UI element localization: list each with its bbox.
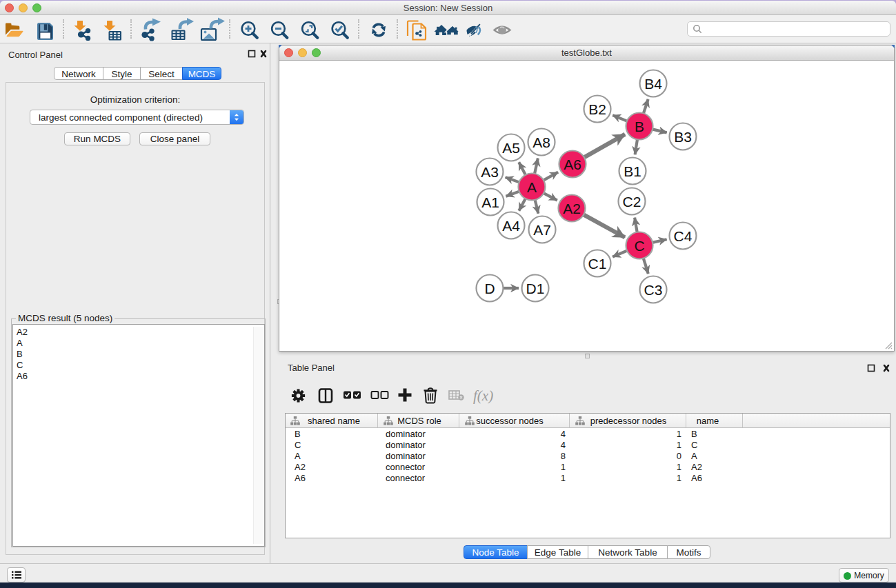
svg-text:C: C — [634, 238, 644, 254]
svg-text:A1: A1 — [481, 194, 499, 210]
svg-text:A8: A8 — [532, 134, 550, 150]
svg-text:C2: C2 — [623, 194, 641, 210]
svg-text:D1: D1 — [526, 281, 545, 296]
svg-text:A7: A7 — [533, 222, 551, 238]
svg-text:A5: A5 — [502, 140, 520, 156]
svg-text:B1: B1 — [624, 163, 641, 179]
svg-text:A2: A2 — [563, 201, 581, 216]
svg-text:C1: C1 — [588, 256, 607, 272]
svg-text:A: A — [527, 179, 537, 195]
svg-text:B: B — [635, 119, 644, 134]
svg-text:B4: B4 — [644, 76, 662, 92]
svg-text:C4: C4 — [674, 228, 693, 244]
svg-text:A6: A6 — [564, 156, 581, 172]
svg-text:A4: A4 — [502, 218, 520, 234]
svg-text:C3: C3 — [644, 282, 663, 298]
svg-text:B2: B2 — [588, 101, 606, 117]
svg-text:A3: A3 — [481, 164, 499, 180]
svg-text:B3: B3 — [674, 129, 692, 145]
svg-text:D: D — [484, 281, 495, 296]
